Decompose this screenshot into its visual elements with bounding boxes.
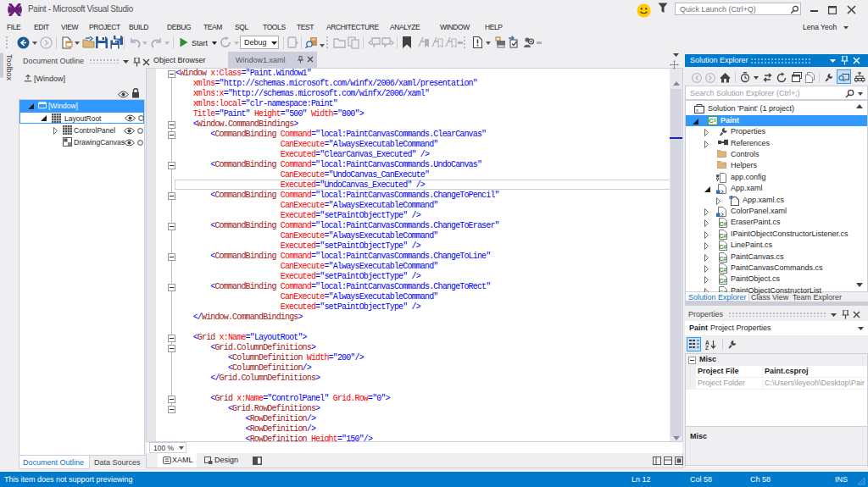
svg-text:C#: C# (719, 244, 726, 250)
svg-text:C#: C# (719, 232, 726, 238)
svg-text:C#: C# (719, 267, 726, 273)
svg-text:C#: C# (719, 255, 726, 261)
svg-text:Z: Z (705, 345, 709, 350)
svg-text:C#: C# (719, 278, 726, 284)
svg-text:C: C (709, 117, 714, 125)
svg-text:C#: C# (719, 221, 726, 227)
svg-text:x: x (696, 108, 698, 113)
